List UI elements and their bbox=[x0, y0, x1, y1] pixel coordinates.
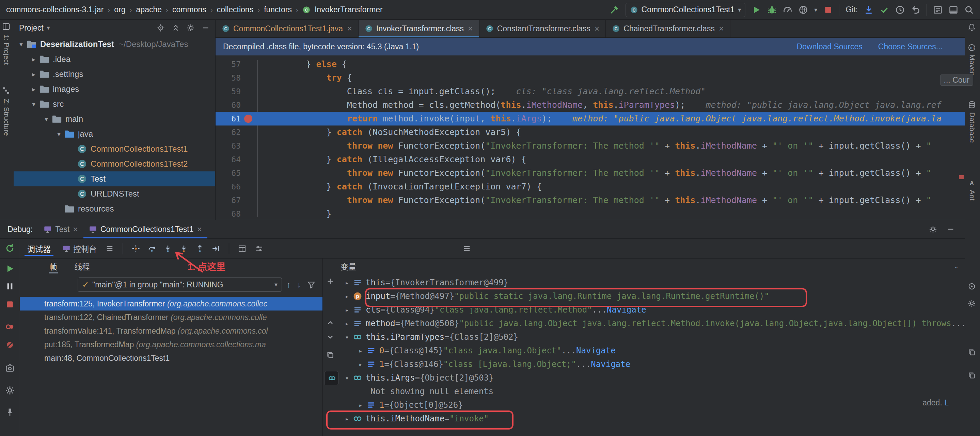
step-over-button[interactable] bbox=[148, 244, 156, 253]
tree-item[interactable]: ▾src bbox=[14, 97, 215, 111]
watches-toggle[interactable] bbox=[324, 371, 339, 385]
profiler-button[interactable] bbox=[783, 5, 792, 14]
stop-button[interactable] bbox=[823, 5, 833, 14]
chevron-right-icon[interactable]: ▸ bbox=[341, 306, 353, 314]
copy-window-icon[interactable] bbox=[968, 371, 976, 379]
variable-row[interactable]: ▸cls = {Class@94} "class java.lang.refle… bbox=[339, 303, 965, 317]
variable-row[interactable]: ▸this = {InvokerTransformer@499} bbox=[339, 276, 965, 289]
code-line[interactable]: 64 } catch (IllegalAccessException var6)… bbox=[216, 153, 965, 166]
tool-button-ant[interactable]: Ant bbox=[968, 190, 976, 201]
tree-item[interactable]: CCommonCollections1Test1 bbox=[14, 141, 215, 157]
breadcrumb-item[interactable]: commons bbox=[172, 5, 206, 14]
git-commit-button[interactable] bbox=[880, 5, 889, 14]
tab-frames[interactable]: 帧 bbox=[49, 259, 58, 273]
tool-button-database[interactable]: Database bbox=[968, 112, 976, 143]
variable-row[interactable]: ▾this.iParamTypes = {Class[2]@502} bbox=[339, 330, 965, 344]
navigate-link[interactable]: Navigate bbox=[607, 305, 646, 315]
chevron-right-icon[interactable]: ▸ bbox=[28, 70, 39, 78]
run-button[interactable] bbox=[751, 5, 761, 14]
tree-item[interactable]: resources bbox=[14, 201, 215, 216]
git-update-button[interactable] bbox=[864, 5, 873, 14]
hide-panel-button[interactable] bbox=[947, 225, 955, 233]
tree-item[interactable]: ▸images bbox=[14, 82, 215, 97]
breadcrumb-item[interactable]: org bbox=[114, 5, 125, 14]
editor-tab[interactable]: CInvokerTransformer.class× bbox=[359, 20, 479, 37]
variable-row[interactable]: ▸this.iMethodName = "invoke" bbox=[339, 412, 965, 425]
tree-item[interactable]: ▸.settings bbox=[14, 67, 215, 82]
gear-icon[interactable] bbox=[186, 24, 195, 32]
rerun-button[interactable] bbox=[5, 244, 14, 253]
code-line[interactable]: 60 Method method = cls.getMethod(this.iM… bbox=[216, 98, 965, 112]
tree-item[interactable]: CTest bbox=[14, 171, 215, 186]
debug-session-tab[interactable]: CommonCollections1Test1× bbox=[83, 220, 207, 238]
close-icon[interactable]: × bbox=[73, 224, 78, 234]
chevron-down-icon[interactable]: ▾ bbox=[54, 130, 64, 138]
chevron-right-icon[interactable]: ▸ bbox=[355, 360, 366, 368]
step-out-button[interactable] bbox=[196, 244, 204, 253]
tab-debugger[interactable]: 调试器 bbox=[24, 241, 54, 256]
stack-frame-row[interactable]: transformValue:141, TransformedMap (org.… bbox=[20, 324, 323, 338]
code-line[interactable]: 65 throw new FunctorException("InvokerTr… bbox=[216, 166, 965, 180]
stack-frame-row[interactable]: transform:122, ChainedTransformer (org.a… bbox=[20, 311, 323, 324]
variable-row[interactable]: ▸0 = {Class@145} "class java.lang.Object… bbox=[339, 344, 965, 357]
tab-console[interactable]: 控制台 bbox=[62, 243, 97, 254]
circle-dot-icon[interactable] bbox=[968, 282, 976, 290]
filter-funnel-icon[interactable] bbox=[307, 281, 315, 289]
stack-frame-row[interactable]: put:185, TransformedMap (org.apache.comm… bbox=[20, 338, 323, 351]
close-icon[interactable]: × bbox=[595, 24, 600, 34]
tree-item[interactable]: CURLDNSTest bbox=[14, 186, 215, 201]
settings-button[interactable] bbox=[5, 386, 14, 395]
build-hammer-icon[interactable] bbox=[610, 5, 619, 14]
chevron-right-icon[interactable]: ▸ bbox=[355, 347, 366, 354]
debug-session-tab[interactable]: Test× bbox=[38, 220, 83, 238]
mute-breakpoints-button[interactable] bbox=[5, 340, 14, 350]
git-history-button[interactable] bbox=[895, 5, 905, 14]
code-line[interactable]: 67 throw new FunctorException("InvokerTr… bbox=[216, 193, 965, 207]
code-line[interactable]: 58 try { bbox=[216, 71, 965, 85]
tool-button-project[interactable]: 1: Project bbox=[2, 35, 11, 65]
navigate-link[interactable]: Navigate bbox=[591, 360, 630, 369]
chevron-down-icon[interactable]: ▾ bbox=[28, 100, 39, 108]
choose-sources-link[interactable]: Choose Sources... bbox=[878, 42, 943, 51]
structure-tool-icon[interactable] bbox=[2, 86, 10, 95]
editor-tab[interactable]: CConstantTransformer.class× bbox=[479, 20, 606, 37]
variable-row[interactable]: ▸method = {Method@508} "public java.lang… bbox=[339, 317, 965, 330]
tool-button-maven[interactable]: Maven bbox=[968, 54, 976, 76]
copy-stack-icon[interactable] bbox=[326, 351, 334, 359]
variable-row[interactable]: ▸1 = {Object[0]@526} bbox=[339, 398, 965, 412]
ant-icon[interactable]: A bbox=[968, 179, 976, 187]
search-everywhere-button[interactable] bbox=[964, 5, 974, 14]
view-as-table-button[interactable] bbox=[238, 244, 246, 253]
copy-window-icon[interactable] bbox=[968, 348, 976, 357]
close-icon[interactable]: × bbox=[347, 24, 352, 34]
code-line[interactable]: 63 throw new FunctorException("InvokerTr… bbox=[216, 139, 965, 153]
chevron-right-icon[interactable]: ▸ bbox=[28, 55, 39, 63]
notifications-bell-icon[interactable] bbox=[968, 23, 976, 31]
breadcrumb-item[interactable]: commons-collections-3.1.jar bbox=[6, 5, 103, 14]
pin-button[interactable] bbox=[5, 407, 14, 417]
chevron-right-icon[interactable]: ▸ bbox=[341, 292, 353, 300]
chevron-down-icon[interactable]: ⌄ bbox=[954, 263, 965, 270]
locate-file-button[interactable] bbox=[157, 24, 165, 32]
show-execution-point-button[interactable] bbox=[132, 244, 140, 253]
tree-item[interactable]: ▾java bbox=[14, 127, 215, 141]
code-line[interactable]: 57 } else { bbox=[216, 57, 965, 71]
code-line[interactable]: 62 } catch (NoSuchMethodException var5) … bbox=[216, 125, 965, 139]
project-tool-icon[interactable] bbox=[2, 22, 10, 31]
breakpoint-icon[interactable] bbox=[244, 115, 252, 123]
breadcrumb-item[interactable]: functors bbox=[264, 5, 292, 14]
tree-item[interactable]: CCommonCollections1Test2 bbox=[14, 157, 215, 171]
hide-panel-button[interactable] bbox=[202, 24, 210, 32]
chevron-down-icon[interactable]: ▾ bbox=[341, 333, 353, 341]
thread-dump-button[interactable] bbox=[5, 363, 14, 373]
editor-tab[interactable]: CCommonCollections1Test1.java× bbox=[216, 20, 359, 37]
scroll-down-icon[interactable] bbox=[326, 333, 334, 341]
chevron-right-icon[interactable]: ▸ bbox=[28, 86, 39, 93]
chevron-right-icon[interactable]: ▸ bbox=[341, 320, 353, 327]
pause-button[interactable] bbox=[5, 282, 14, 291]
project-panel-title[interactable]: Project bbox=[19, 24, 44, 33]
run-to-cursor-button[interactable] bbox=[212, 244, 220, 253]
chevron-down-icon[interactable]: ▾ bbox=[47, 24, 50, 32]
code-line[interactable]: 59 Class cls = input.getClass(); cls: "c… bbox=[216, 85, 965, 98]
resume-button[interactable] bbox=[5, 264, 14, 273]
